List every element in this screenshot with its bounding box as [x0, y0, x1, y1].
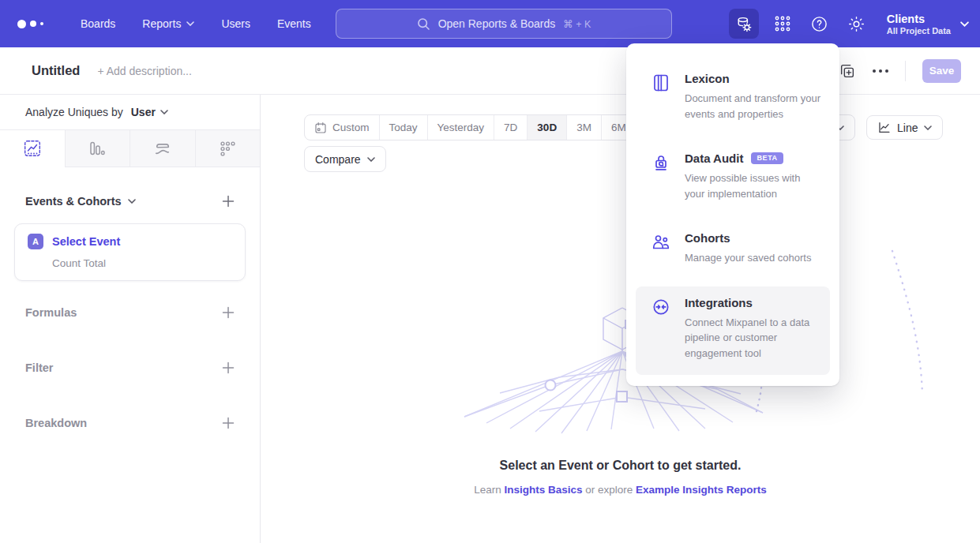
nav-users[interactable]: Users [221, 17, 250, 30]
add-event-button[interactable] [222, 195, 235, 208]
event-aggregation[interactable]: Count Total [52, 257, 232, 269]
add-formula-button[interactable] [222, 306, 235, 319]
mixpanel-insights-app: Boards Reports Users Events Open Reports… [0, 0, 980, 543]
analyze-value-dropdown[interactable]: User [131, 106, 156, 118]
search-icon [417, 17, 430, 31]
data-audit-icon [651, 152, 670, 201]
data-audit-title: Data Audit [685, 152, 743, 165]
tab-metrics-grid[interactable] [195, 130, 261, 167]
data-management-menu: Lexicon Document and transform your even… [626, 43, 839, 386]
lexicon-icon [651, 72, 670, 122]
tab-line-chart[interactable] [0, 130, 65, 167]
mixpanel-logo[interactable] [17, 20, 63, 28]
topbar-right-cluster: Clients All Project Data [729, 0, 969, 47]
empty-state: Select an Event or Cohort to get started… [261, 459, 980, 496]
insights-basics-link[interactable]: Insights Basics [504, 484, 582, 496]
bar-chart-tab-icon [88, 140, 106, 157]
add-description-field[interactable]: + Add description... [97, 65, 191, 77]
chart-type-label: Line [897, 122, 918, 134]
nav-users-label: Users [221, 17, 250, 30]
or-explore-text: or explore [585, 484, 633, 496]
add-breakdown-button[interactable] [222, 417, 235, 429]
data-audit-description: View possible issues with your implement… [685, 170, 820, 201]
date-range-yesterday-label: Yesterday [437, 122, 485, 133]
save-button[interactable]: Save [922, 59, 961, 83]
project-scope: All Project Data [887, 26, 951, 36]
formulas-section: Formulas [25, 303, 235, 322]
formulas-label: Formulas [25, 306, 77, 319]
chevron-down-icon [160, 110, 168, 114]
report-title[interactable]: Untitled [32, 63, 80, 78]
menu-item-data-audit-body: Data Audit BETA View possible issues wit… [685, 152, 820, 201]
events-cohorts-header: Events & Cohorts [25, 192, 235, 211]
cohorts-description: Manage your saved cohorts [685, 250, 811, 266]
date-range-custom-label: Custom [332, 122, 370, 133]
date-range-7d-label: 7D [504, 122, 517, 133]
date-range-yesterday[interactable]: Yesterday [427, 115, 494, 140]
breakdown-section: Breakdown [25, 414, 235, 433]
tab-stacked-chart[interactable] [130, 130, 195, 167]
empty-state-title: Select an Event or Cohort to get started… [261, 459, 980, 473]
apps-grid-button[interactable] [769, 10, 796, 37]
date-range-3m-label: 3M [576, 122, 591, 133]
global-search-input[interactable]: Open Reports & Boards ⌘ + K [336, 9, 672, 39]
integrations-title: Integrations [685, 296, 753, 309]
chevron-down-icon [960, 21, 969, 27]
select-event-link[interactable]: Select Event [52, 235, 120, 248]
compare-label: Compare [315, 153, 361, 166]
date-range-6m-label: 6M [611, 122, 626, 133]
duplicate-button[interactable] [839, 62, 856, 80]
date-range-30d[interactable]: 30D [527, 115, 566, 140]
date-range-today-label: Today [389, 122, 418, 133]
help-button[interactable] [806, 10, 833, 37]
project-selector[interactable]: Clients All Project Data [887, 12, 969, 36]
lexicon-title: Lexicon [685, 72, 730, 85]
stacked-flow-tab-icon [153, 140, 171, 158]
breakdown-label: Breakdown [25, 417, 87, 429]
tab-bar-chart[interactable] [65, 130, 130, 167]
data-management-button[interactable] [729, 9, 759, 39]
cohorts-title: Cohorts [685, 231, 730, 245]
nav-reports[interactable]: Reports [142, 17, 194, 30]
add-filter-button[interactable] [222, 361, 235, 374]
example-reports-link[interactable]: Example Insights Reports [636, 484, 767, 496]
beta-badge: BETA [751, 152, 783, 164]
settings-button[interactable] [843, 10, 870, 37]
events-cohorts-label-group[interactable]: Events & Cohorts [25, 195, 136, 208]
menu-item-lexicon-body: Lexicon Document and transform your even… [685, 72, 820, 122]
metrics-grid-tab-icon [219, 140, 236, 157]
query-builder-sidebar: Analyze Uniques by User Events & Cohorts [0, 95, 261, 543]
nav-boards[interactable]: Boards [81, 17, 115, 30]
event-card[interactable]: A Select Event Count Total [14, 223, 246, 281]
menu-item-lexicon[interactable]: Lexicon Document and transform your even… [636, 62, 830, 136]
event-card-top: A Select Event [28, 234, 232, 249]
events-cohorts-label: Events & Cohorts [25, 195, 122, 208]
date-range-custom[interactable]: Custom [305, 115, 379, 140]
more-options-button[interactable] [873, 69, 888, 73]
menu-item-data-audit[interactable]: Data Audit BETA View possible issues wit… [636, 142, 830, 215]
nav-reports-label: Reports [142, 17, 181, 30]
integrations-icon [651, 296, 670, 361]
date-range-today[interactable]: Today [379, 115, 427, 140]
filter-section: Filter [25, 358, 235, 377]
empty-state-subtitle: Learn Insights Basics or explore Example… [261, 484, 980, 496]
grid-icon [774, 15, 791, 32]
chevron-down-icon [186, 21, 194, 26]
search-shortcut: ⌘ + K [563, 18, 591, 30]
chart-type-tabs [0, 130, 260, 167]
chart-type-dropdown[interactable]: Line [866, 115, 943, 140]
chevron-down-icon [128, 199, 136, 204]
search-placeholder: Open Reports & Boards [438, 17, 556, 30]
line-chart-icon [877, 121, 891, 134]
event-badge: A [28, 234, 43, 249]
nav-events-label: Events [277, 17, 311, 30]
chevron-down-icon [367, 157, 375, 162]
menu-item-integrations[interactable]: Integrations Connect Mixpanel to a data … [636, 286, 830, 376]
compare-button[interactable]: Compare [304, 146, 386, 172]
menu-item-cohorts[interactable]: Cohorts Manage your saved cohorts [636, 222, 830, 280]
nav-boards-label: Boards [81, 17, 115, 30]
date-range-7d[interactable]: 7D [494, 115, 527, 140]
date-range-3m[interactable]: 3M [566, 115, 601, 140]
analyze-label: Analyze Uniques by [25, 106, 123, 118]
nav-events[interactable]: Events [277, 17, 311, 30]
